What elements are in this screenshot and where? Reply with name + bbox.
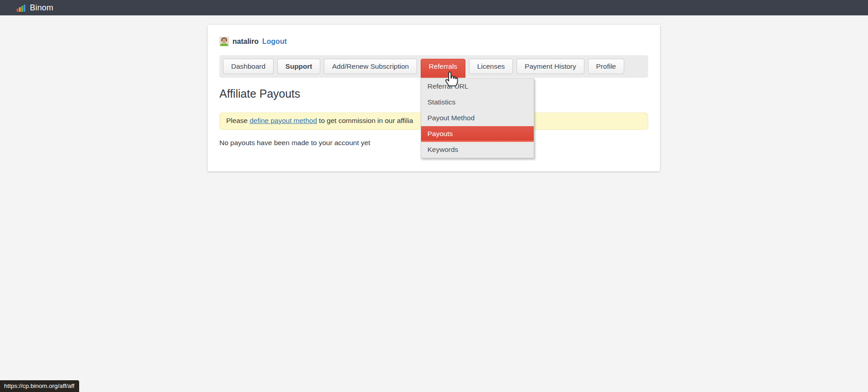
menu-item-referral-url[interactable]: Referral URL: [421, 79, 534, 94]
username: nataliro: [232, 38, 259, 46]
bar-chart-icon: [17, 4, 25, 12]
tab-payment-history[interactable]: Payment History: [517, 59, 584, 74]
referrals-dropdown-menu: Referral URL Statistics Payout Method Pa…: [421, 78, 534, 158]
main-tabs: Dashboard Support Add/Renew Subscription…: [219, 55, 648, 78]
menu-item-payouts[interactable]: Payouts: [421, 126, 534, 142]
browser-status-url: https://cp.binom.org/aff/aff: [0, 380, 79, 392]
tab-licenses[interactable]: Licenses: [469, 59, 513, 74]
topbar: Binom: [0, 0, 868, 15]
menu-item-payout-method[interactable]: Payout Method: [421, 110, 534, 126]
tab-add-renew-subscription[interactable]: Add/Renew Subscription: [324, 59, 417, 74]
tab-dashboard[interactable]: Dashboard: [223, 59, 274, 74]
tab-profile[interactable]: Profile: [588, 59, 624, 74]
app-name: Binom: [30, 3, 53, 13]
account-card: nataliro Logout Dashboard Support Add/Re…: [208, 25, 660, 171]
define-payout-method-link[interactable]: define payout method: [250, 117, 317, 124]
menu-item-keywords[interactable]: Keywords: [421, 142, 534, 158]
user-avatar-icon: [219, 37, 229, 46]
user-row: nataliro Logout: [219, 37, 648, 46]
notice-text-prefix: Please: [226, 117, 250, 124]
menu-item-statistics[interactable]: Statistics: [421, 94, 534, 110]
tab-referrals[interactable]: Referrals Referral URL Statistics Payout…: [421, 59, 465, 78]
tab-support[interactable]: Support: [277, 59, 320, 74]
logout-link[interactable]: Logout: [262, 38, 287, 46]
tab-referrals-label: Referrals: [429, 62, 457, 71]
app-logo: Binom: [17, 3, 53, 13]
notice-text-suffix: to get commission in our affilia: [317, 117, 413, 124]
